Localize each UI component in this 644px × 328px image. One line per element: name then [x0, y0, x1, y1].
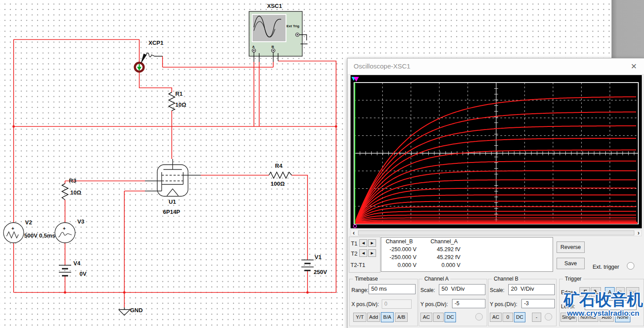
- channel-b-indicator: [545, 313, 552, 321]
- save-button[interactable]: Save: [557, 258, 585, 269]
- channel-a-indicator: [475, 313, 483, 321]
- xsc1-ref-label[interactable]: XSC1: [267, 3, 282, 9]
- v4-ref-label: V4: [73, 260, 81, 267]
- wire: [254, 62, 259, 126]
- cursor-readout-table: Channel_B Channel_A -250.000 V 45.292 fV…: [381, 237, 553, 272]
- trigger-source-b-button[interactable]: B: [616, 287, 625, 297]
- t2-label: T2: [351, 251, 358, 257]
- level-input[interactable]: [585, 300, 637, 310]
- tube-u1-6p14p[interactable]: [145, 159, 201, 196]
- cursor-panel: T1 ◀ ▶ T2 ◀ ▶ T2-T1: [349, 237, 380, 273]
- edge-label: Edge:: [561, 289, 575, 296]
- single-button[interactable]: Single: [561, 313, 577, 322]
- t2-right-button[interactable]: ▶: [368, 249, 376, 257]
- trigger-source-a-button[interactable]: A: [605, 287, 615, 297]
- left-arrow-icon: ◀: [362, 251, 365, 255]
- falling-edge-button[interactable]: [591, 287, 601, 297]
- range-label: Range:: [351, 287, 369, 293]
- r4-value-label: 100Ω: [271, 180, 285, 187]
- ground-symbol[interactable]: [119, 307, 130, 315]
- channel-a-dc-button[interactable]: DC: [445, 312, 456, 322]
- column-header: Channel_A: [431, 238, 458, 245]
- channel-b-ypos-input[interactable]: -3: [521, 299, 555, 308]
- r3-ref-label: R3: [69, 177, 76, 184]
- t2t1-channel-b-value: 0.000 V: [383, 262, 416, 268]
- falling-edge-icon: [593, 289, 599, 295]
- channel-b-minus-button[interactable]: -: [532, 313, 541, 322]
- ab-button[interactable]: A/B: [395, 313, 408, 322]
- channel-b-scale-input[interactable]: 20 V/Div: [508, 284, 555, 295]
- xcp1-ref-label[interactable]: XCP1: [148, 40, 163, 46]
- t2-channel-b-value: -250.000 V: [383, 254, 416, 260]
- none-button[interactable]: None: [615, 312, 630, 322]
- scope-scrollbar[interactable]: ‹ ›: [351, 230, 642, 236]
- yt-button[interactable]: Y/T: [353, 313, 366, 322]
- channel-b-zero-button[interactable]: 0: [503, 313, 513, 322]
- v4-value-label: 0V: [80, 270, 87, 277]
- oscilloscope-xsc1-component[interactable]: Ext Trig A B: [249, 11, 308, 62]
- channel-b-ac-button[interactable]: AC: [490, 313, 502, 322]
- scroll-left-icon[interactable]: ‹: [353, 229, 355, 236]
- battery-v4[interactable]: [59, 265, 71, 276]
- channel-a-scale-label: Scale:: [420, 287, 435, 293]
- range-input[interactable]: 50 ms: [369, 284, 416, 294]
- ext-trigger-radio[interactable]: [627, 262, 634, 270]
- battery-v1[interactable]: [301, 260, 314, 270]
- close-icon[interactable]: ✕: [631, 62, 637, 71]
- cursor-t1-handle[interactable]: [351, 77, 359, 82]
- channel-a-ypos-input[interactable]: -5: [452, 299, 485, 308]
- wire: [65, 181, 145, 292]
- level-label: Level:: [561, 303, 575, 310]
- reverse-button[interactable]: Reverse: [557, 241, 585, 253]
- ext-trigger-label: Ext. trigger: [593, 264, 619, 270]
- characteristic-curves: [355, 97, 636, 223]
- xpos-input[interactable]: 0: [382, 299, 412, 309]
- source-v3[interactable]: +: [55, 223, 75, 243]
- t1-right-button[interactable]: ▶: [368, 239, 376, 247]
- v3-ref-label: V3: [77, 218, 84, 225]
- wire: [163, 56, 273, 67]
- resistor-r4[interactable]: [269, 172, 292, 178]
- r1-value-label: 10Ω: [175, 101, 186, 108]
- rising-edge-button[interactable]: [579, 287, 590, 297]
- column-header: Channel_B: [386, 238, 413, 245]
- channel-b-dc-button[interactable]: DC: [514, 312, 525, 322]
- channel-a-scale-input[interactable]: 50 V/Div: [439, 284, 485, 295]
- t2-channel-a-value: 45.292 fV: [427, 254, 460, 260]
- scrollbar-thumb[interactable]: [358, 231, 634, 235]
- t1-channel-a-value: 45.292 fV: [427, 246, 460, 252]
- t1-channel-b-value: -250.000 V: [383, 246, 416, 252]
- gnd-label: GND: [130, 307, 143, 314]
- wire: [278, 61, 336, 126]
- curve-09: [355, 188, 636, 223]
- t1-left-button[interactable]: ◀: [359, 239, 367, 247]
- source-v2[interactable]: +: [4, 223, 24, 243]
- scroll-right-icon[interactable]: ›: [637, 229, 640, 236]
- channel-b-title: Channel B: [492, 276, 520, 282]
- trigger-source-ext-button[interactable]: Ext: [626, 287, 639, 297]
- curve-06: [355, 161, 636, 223]
- resistor-r3[interactable]: [62, 184, 68, 200]
- v1-ref-label: V1: [315, 254, 322, 260]
- window-titlebar[interactable]: Oscilloscope-XSC1 ✕: [347, 58, 644, 75]
- scope-icon-screen: [252, 14, 286, 42]
- u1-ref-label: U1: [169, 198, 176, 205]
- normal-button[interactable]: Normal: [578, 313, 598, 322]
- resistor-r1[interactable]: [169, 92, 175, 111]
- ba-button[interactable]: B/A: [381, 312, 394, 322]
- r1-ref-label: R1: [175, 90, 183, 97]
- auto-button[interactable]: Auto: [600, 313, 614, 322]
- ext-trig-terminal-label: Ext Trig: [286, 24, 299, 28]
- probe-needle: [141, 54, 147, 64]
- cursor-t2-handle[interactable]: [354, 225, 357, 228]
- t2-left-button[interactable]: ◀: [359, 249, 367, 257]
- plus-sign: +: [11, 226, 14, 231]
- channel-b-ypos-label: Y pos.(Div):: [490, 301, 517, 307]
- channel-a-zero-button[interactable]: 0: [433, 313, 444, 322]
- center-axes: [354, 83, 638, 224]
- wire: [124, 191, 145, 307]
- right-arrow-icon: ▶: [371, 241, 373, 245]
- add-button[interactable]: Add: [367, 313, 380, 322]
- channel-a-ac-button[interactable]: AC: [420, 313, 432, 322]
- trigger-title: Trigger: [563, 276, 583, 282]
